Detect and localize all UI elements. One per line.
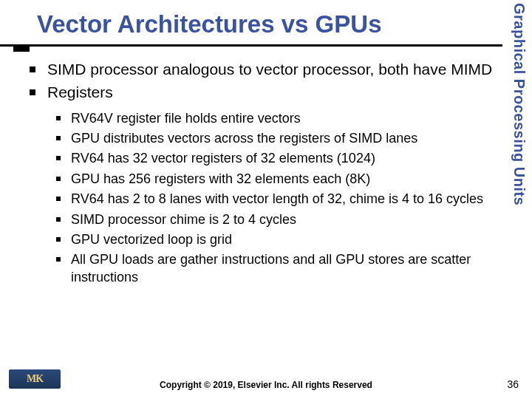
slide: Vector Architectures vs GPUs Graphical P… [0,0,532,399]
main-bullet-list: SIMD processor analogous to vector proce… [27,59,498,103]
title-underline [0,44,502,47]
sub-bullet-text: SIMD processor chime is 2 to 4 cycles [71,212,296,227]
sub-bullet-item: RV64 has 32 vector registers of 32 eleme… [53,150,498,167]
sub-bullet-text: GPU distributes vectors across the regis… [71,131,417,146]
sub-bullet-item: RV64V register file holds entire vectors [53,110,498,127]
page-number: 36 [507,378,519,390]
sub-bullet-text: All GPU loads are gather instructions an… [71,252,471,284]
bullet-item: Registers [27,82,498,102]
copyright-text: Copyright © 2019, Elsevier Inc. All righ… [0,380,532,390]
bullet-text: Registers [47,83,113,100]
sub-bullet-text: GPU has 256 registers with 32 elements e… [71,171,370,186]
sub-bullet-item: GPU vectorized loop is grid [53,231,498,248]
sub-bullet-text: RV64 has 2 to 8 lanes with vector length… [71,191,483,206]
title-tick [13,44,30,52]
sub-bullet-item: SIMD processor chime is 2 to 4 cycles [53,211,498,228]
sub-bullet-text: RV64V register file holds entire vectors [71,111,301,126]
sub-bullet-text: GPU vectorized loop is grid [71,232,232,247]
bullet-item: SIMD processor analogous to vector proce… [27,59,498,79]
section-label: Graphical Processing Units [511,3,528,205]
sub-bullet-item: GPU has 256 registers with 32 elements e… [53,171,498,188]
slide-title: Vector Architectures vs GPUs [37,10,381,38]
sub-bullet-item: All GPU loads are gather instructions an… [53,251,498,286]
sub-bullet-item: RV64 has 2 to 8 lanes with vector length… [53,191,498,208]
sub-bullet-text: RV64 has 32 vector registers of 32 eleme… [71,151,375,166]
footer: MK Copyright © 2019, Elsevier Inc. All r… [0,374,532,392]
title-bar: Vector Architectures vs GPUs [0,7,502,49]
bullet-text: SIMD processor analogous to vector proce… [47,61,492,78]
content-area: SIMD processor analogous to vector proce… [27,59,498,289]
sub-bullet-list: RV64V register file holds entire vectors… [53,110,498,287]
sub-bullet-item: GPU distributes vectors across the regis… [53,130,498,147]
